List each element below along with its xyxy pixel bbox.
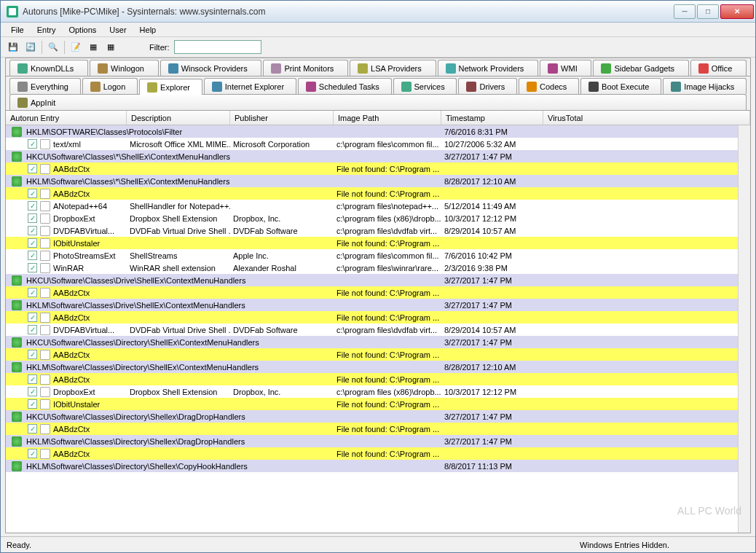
filter-input[interactable] (174, 40, 261, 54)
tab-scheduled-tasks[interactable]: Scheduled Tasks (298, 78, 392, 94)
entry-name: PhotoStreamsExt (53, 251, 116, 260)
tab-logon[interactable]: Logon (82, 78, 138, 94)
minimize-button[interactable]: ─ (674, 4, 696, 19)
autorun-entry-row[interactable]: AABdzCtxFile not found: C:\Program ... (6, 348, 738, 361)
enable-checkbox[interactable] (28, 387, 37, 396)
enable-checkbox[interactable] (28, 374, 37, 384)
column-header-image-path[interactable]: Image Path (334, 111, 441, 125)
tab-services[interactable]: Services (393, 78, 457, 94)
tab-office[interactable]: Office (690, 60, 747, 76)
enable-checkbox[interactable] (28, 288, 37, 297)
autorun-entry-row[interactable]: PhotoStreamsExtShellStreamsApple Inc.c:\… (6, 249, 738, 262)
autorun-entry-row[interactable]: AABdzCtxFile not found: C:\Program ... (6, 286, 738, 299)
autorun-entry-row[interactable]: DropboxExtDropbox Shell ExtensionDropbox… (6, 212, 738, 224)
tab-lsa-providers[interactable]: LSA Providers (350, 60, 436, 76)
tab-label: Winlogon (111, 64, 144, 73)
registry-key-row[interactable]: HKLM\Software\Classes\Drive\ShellEx\Cont… (6, 299, 738, 311)
image-path-cell: File not found: C:\Program ... (334, 187, 441, 200)
autorun-entry-row[interactable]: IObitUnstalerFile not found: C:\Program … (6, 237, 738, 249)
column-header-autorun-entry[interactable]: Autorun Entry (6, 111, 127, 125)
registry-key-row[interactable]: HKLM\Software\Classes\*\ShellEx\ContextM… (6, 175, 738, 187)
autorun-entry-row[interactable]: AABdzCtxFile not found: C:\Program ... (6, 311, 738, 323)
enable-checkbox[interactable] (28, 164, 37, 173)
enable-checkbox[interactable] (28, 399, 37, 409)
autorun-entry-row[interactable]: AABdzCtxFile not found: C:\Program ... (6, 447, 738, 460)
tab-codecs[interactable]: Codecs (519, 78, 579, 94)
autorun-entry-row[interactable]: AABdzCtxFile not found: C:\Program ... (6, 162, 738, 175)
description-cell: ShellStreams (127, 249, 230, 262)
registry-key-row[interactable]: HKCU\Software\Classes\Drive\ShellEx\Cont… (6, 274, 738, 286)
jump-button[interactable]: 📝 (68, 39, 84, 55)
tab-appinit[interactable]: AppInit (9, 94, 747, 110)
enable-checkbox[interactable] (28, 226, 37, 235)
statusbar: Ready. Windows Entries Hidden. (1, 536, 755, 552)
enable-checkbox[interactable] (28, 313, 37, 322)
autorun-entry-row[interactable]: ANotepad++64ShellHandler for Notepad++..… (6, 200, 738, 212)
enable-checkbox[interactable] (28, 139, 37, 149)
enable-checkbox[interactable] (28, 350, 37, 359)
tab-print-monitors[interactable]: Print Monitors (263, 60, 348, 76)
tab-winsock-providers[interactable]: Winsock Providers (160, 60, 262, 76)
column-header-description[interactable]: Description (127, 111, 230, 125)
publisher-cell (230, 311, 334, 323)
column-header-virustotal[interactable]: VirusTotal (543, 111, 750, 125)
menu-user[interactable]: User (103, 24, 132, 36)
enable-checkbox[interactable] (28, 424, 37, 434)
save-button[interactable]: 💾 (5, 39, 21, 55)
delete-button[interactable]: ▦ (103, 39, 119, 55)
close-button[interactable]: ✕ (720, 4, 754, 19)
properties-button[interactable]: ▦ (85, 39, 101, 55)
registry-key-row[interactable]: HKCU\Software\Classes\Directory\Shellex\… (6, 410, 738, 423)
column-header-publisher[interactable]: Publisher (230, 111, 334, 125)
tab-explorer[interactable]: Explorer (139, 79, 202, 95)
virustotal-cell (543, 212, 738, 224)
tab-boot-execute[interactable]: Boot Execute (580, 78, 661, 94)
tab-knowndlls[interactable]: KnownDLLs (9, 60, 88, 76)
column-header-timestamp[interactable]: Timestamp (441, 111, 543, 125)
maximize-button[interactable]: □ (697, 4, 719, 19)
filter-label: Filter: (149, 43, 170, 52)
enable-checkbox[interactable] (28, 238, 37, 248)
autorun-entry-row[interactable]: DropboxExtDropbox Shell ExtensionDropbox… (6, 385, 738, 398)
menu-entry[interactable]: Entry (31, 24, 62, 36)
menu-help[interactable]: Help (134, 24, 162, 36)
refresh-button[interactable]: 🔄 (23, 39, 39, 55)
enable-checkbox[interactable] (28, 325, 37, 334)
enable-checkbox[interactable] (28, 449, 37, 458)
registry-key-row[interactable]: HKCU\Software\Classes\*\ShellEx\ContextM… (6, 150, 738, 162)
tab-network-providers[interactable]: Network Providers (438, 60, 539, 76)
menu-file[interactable]: File (5, 24, 30, 36)
registry-key-row[interactable]: HKLM\SOFTWARE\Classes\Protocols\Filter7/… (6, 125, 738, 138)
tab-drivers[interactable]: Drivers (458, 78, 517, 94)
registry-key-row[interactable]: HKCU\Software\Classes\Directory\ShellEx\… (6, 336, 738, 348)
autorun-entry-row[interactable]: AABdzCtxFile not found: C:\Program ... (6, 423, 738, 435)
enable-checkbox[interactable] (28, 213, 37, 223)
enable-checkbox[interactable] (28, 251, 37, 260)
registry-key-row[interactable]: HKLM\Software\Classes\Directory\Shellex\… (6, 435, 738, 447)
tab-image-hijacks[interactable]: Image Hijacks (663, 78, 747, 94)
autorun-entry-row[interactable]: AABdzCtxFile not found: C:\Program ... (6, 187, 738, 200)
autorun-entry-row[interactable]: WinRARWinRAR shell extensionAlexander Ro… (6, 262, 738, 274)
timestamp-cell (441, 187, 543, 200)
list-area[interactable]: HKLM\SOFTWARE\Classes\Protocols\Filter7/… (6, 125, 738, 533)
scrollbar-vertical[interactable] (738, 125, 750, 533)
autorun-entry-row[interactable]: AABdzCtxFile not found: C:\Program ... (6, 373, 738, 385)
autorun-entry-row[interactable]: text/xmlMicrosoft Office XML MIME...Micr… (6, 138, 738, 150)
tab-winlogon[interactable]: Winlogon (90, 60, 159, 76)
registry-key-row[interactable]: HKLM\Software\Classes\Directory\Shellex\… (6, 460, 738, 472)
tab-wmi[interactable]: WMI (540, 60, 591, 76)
tab-everything[interactable]: Everything (9, 78, 81, 94)
enable-checkbox[interactable] (28, 189, 37, 198)
enable-checkbox[interactable] (28, 201, 37, 211)
titlebar[interactable]: Autoruns [Mike-PC\Mike] - Sysinternals: … (1, 1, 755, 23)
menu-options[interactable]: Options (63, 24, 102, 36)
enable-checkbox[interactable] (28, 263, 37, 272)
find-button[interactable]: 🔍 (45, 39, 61, 55)
registry-key-row[interactable]: HKLM\Software\Classes\Directory\ShellEx\… (6, 361, 738, 373)
tab-internet-explorer[interactable]: Internet Explorer (204, 78, 296, 94)
timestamp-cell: 10/27/2006 5:32 AM (441, 138, 543, 150)
autorun-entry-row[interactable]: DVDFABVirtual...DVDFab Virtual Drive She… (6, 224, 738, 237)
tab-sidebar-gadgets[interactable]: Sidebar Gadgets (593, 60, 688, 76)
autorun-entry-row[interactable]: IObitUnstalerFile not found: C:\Program … (6, 398, 738, 410)
autorun-entry-row[interactable]: DVDFABVirtual...DVDFab Virtual Drive She… (6, 323, 738, 336)
